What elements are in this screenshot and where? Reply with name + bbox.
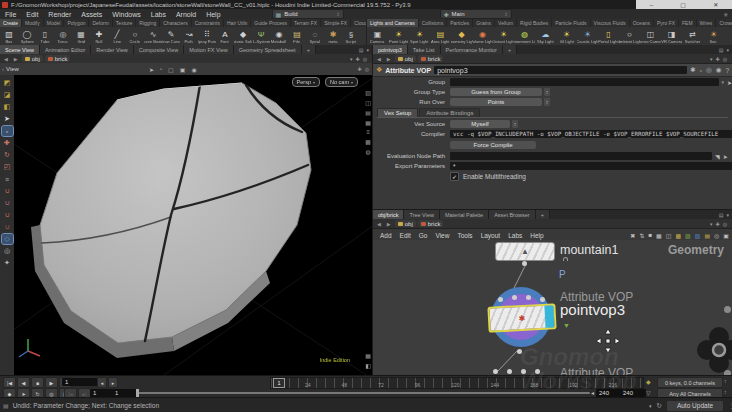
view-persp-selector[interactable]: Persp▾: [292, 77, 320, 87]
shelf-tool[interactable]: ▤ File: [288, 27, 306, 46]
prev-frame-button[interactable]: ◂: [97, 377, 107, 388]
network-menu-item[interactable]: Go: [415, 232, 432, 239]
shelf-tool[interactable]: ☀ GI Light: [556, 27, 577, 46]
shelf-tool[interactable]: A Font: [216, 27, 234, 46]
compiler-input[interactable]: vcc -q $VOP_INCLUDEPATH -o $VOP_OBJECTFI…: [450, 130, 732, 138]
find-node-icon[interactable]: ◎: [714, 232, 719, 239]
thumbnail-icon[interactable]: ◫: [666, 232, 672, 239]
menu-item[interactable]: Edit: [21, 11, 43, 18]
dependency-links-icon[interactable]: ⇅: [639, 232, 644, 239]
update-mode-dropdown[interactable]: Auto Update: [666, 400, 724, 412]
shelf-tool[interactable]: ▦ Grid: [72, 27, 90, 46]
shelf-tool[interactable]: ◉ Volume Light: [472, 27, 493, 46]
shelf-tab[interactable]: Polygon: [64, 19, 89, 27]
vex-source-dropdown[interactable]: Myself: [450, 120, 510, 128]
shelf-tool[interactable]: ○ Circle: [126, 27, 144, 46]
network-canvas[interactable]: Geometry ▲ mountain1 P ✱ Attribute VOP p…: [373, 240, 732, 376]
menu-item[interactable]: Assets: [76, 11, 107, 18]
node-input-dot[interactable]: [498, 297, 503, 302]
group-type-dropdown[interactable]: Guess from Group: [450, 88, 542, 96]
multithreading-checkbox[interactable]: ✓: [450, 172, 459, 181]
link-icon[interactable]: ◎: [723, 221, 727, 227]
handles-icon[interactable]: ✦: [2, 258, 13, 268]
shelf-tab[interactable]: Deform: [89, 19, 112, 27]
shelf-tool[interactable]: § Script: [342, 27, 360, 46]
link-icon[interactable]: ◎: [363, 56, 367, 62]
path-dropdown-icon[interactable]: ▾: [710, 221, 713, 227]
viewport[interactable]: Persp▾ No cam▾ ▥◫▤▦≡▩◍ ▦◧ Indie Edition: [14, 75, 372, 375]
pane-tab[interactable]: Scene View: [0, 45, 40, 54]
path-node-chip[interactable]: brick: [418, 220, 444, 227]
pane-tab[interactable]: pointvop3: [373, 45, 408, 54]
scene-selector[interactable]: ✚ Main ↕: [440, 9, 512, 19]
maximize-button[interactable]: ▢: [680, 1, 686, 8]
shelf-tab[interactable]: Grains: [473, 19, 495, 27]
presets-gear-icon[interactable]: ✱: [690, 66, 695, 74]
chevron-down-icon[interactable]: ▾: [726, 47, 729, 53]
minimize-button[interactable]: –: [650, 2, 653, 8]
chevron-down-icon[interactable]: ▾: [726, 212, 729, 218]
shelf-tool[interactable]: ▣ Camera: [367, 27, 388, 46]
select-arrow-icon[interactable]: ➤: [727, 79, 732, 86]
node-input-dot[interactable]: [526, 295, 531, 300]
pane-tab[interactable]: Geometry Spreadsheet: [234, 45, 302, 54]
rotate-tool-icon[interactable]: ↻: [2, 150, 13, 160]
pane-tab[interactable]: Animation Editor: [40, 45, 91, 54]
network-menu-item[interactable]: Tools: [453, 232, 476, 239]
chevron-down-icon[interactable]: ▾: [366, 47, 369, 53]
range-slider[interactable]: ◂: [138, 392, 590, 394]
shelf-tool[interactable]: ○ Ambient Light: [619, 27, 640, 46]
forward-icon[interactable]: ▶: [385, 221, 393, 227]
shelf-tab[interactable]: Wires: [697, 19, 717, 27]
path-context-chip[interactable]: obj: [22, 55, 43, 62]
pane-tab[interactable]: Composite View: [134, 45, 185, 54]
pane-tab[interactable]: Asset Browser: [489, 210, 535, 219]
shelf-tool[interactable]: ╱ Line: [108, 27, 126, 46]
shelf-tool[interactable]: ◌ Spiral: [306, 27, 324, 46]
shelf-tab[interactable]: FEM: [679, 19, 697, 27]
grid-snap-icon[interactable]: ▦: [656, 232, 662, 239]
shelf-tab[interactable]: Hair Utils: [224, 19, 251, 27]
run-over-dropdown[interactable]: Points: [450, 98, 542, 106]
group-dropdown-icon[interactable]: ▾: [721, 79, 724, 85]
search-parms-icon[interactable]: ◎: [706, 66, 712, 74]
close-button[interactable]: ✕: [713, 1, 718, 8]
shelf-tab[interactable]: Cloud FX: [351, 19, 366, 27]
menu-item[interactable]: Windows: [107, 11, 145, 18]
network-menu-item[interactable]: Labs: [504, 232, 526, 239]
select-tool-icon[interactable]: ➤: [2, 114, 13, 124]
path-context-chip[interactable]: obj: [395, 55, 416, 62]
select-detail-icon[interactable]: ◉: [191, 66, 196, 73]
shelf-tool[interactable]: ☀ Point Light: [388, 27, 409, 46]
shelf-tool[interactable]: ▯ Tube: [36, 27, 54, 46]
pane-tab[interactable]: Render View: [91, 45, 133, 54]
pose-tool-icon[interactable]: ≡: [2, 174, 13, 184]
shelf-tool[interactable]: ▧ Box: [0, 27, 18, 46]
current-frame-field[interactable]: 1: [62, 378, 98, 386]
palette-wheel-widget[interactable]: [696, 324, 732, 376]
range-substart-field[interactable]: 1: [112, 389, 136, 397]
pane-tab[interactable]: Material Palette: [440, 210, 489, 219]
quickmark-dot[interactable]: [724, 306, 731, 313]
display-options-icon[interactable]: ▥: [365, 89, 371, 96]
shelf-tool[interactable]: ▤ Area Light: [430, 27, 451, 46]
playhead[interactable]: 1: [273, 378, 285, 388]
add-icon[interactable]: ✚: [715, 56, 719, 62]
stop-cook-icon[interactable]: ■: [648, 232, 652, 238]
gallery4-icon[interactable]: ▤: [704, 232, 710, 239]
forward-icon[interactable]: ▶: [12, 56, 20, 62]
pane-menu-icon[interactable]: ▤: [719, 47, 724, 53]
pane-tab[interactable]: obj/brick: [373, 210, 404, 219]
shelf-tab[interactable]: Terrain FX: [291, 19, 321, 27]
network-menu-item[interactable]: Add: [376, 232, 396, 239]
shelf-tab[interactable]: Particle Fluids: [552, 19, 590, 27]
pane-tab[interactable]: Take List: [408, 45, 441, 54]
jump-start-button[interactable]: |◀: [3, 377, 16, 388]
info-icon[interactable]: ◉: [716, 66, 722, 74]
spinner-icon[interactable]: ↕: [724, 378, 727, 384]
pane-tab[interactable]: +: [302, 45, 316, 54]
shelf-tab[interactable]: Create: [0, 19, 22, 27]
pane-tab[interactable]: +: [536, 210, 550, 219]
next-frame-button[interactable]: ▸: [108, 377, 118, 388]
shelf-tab[interactable]: Oceans: [630, 19, 654, 27]
